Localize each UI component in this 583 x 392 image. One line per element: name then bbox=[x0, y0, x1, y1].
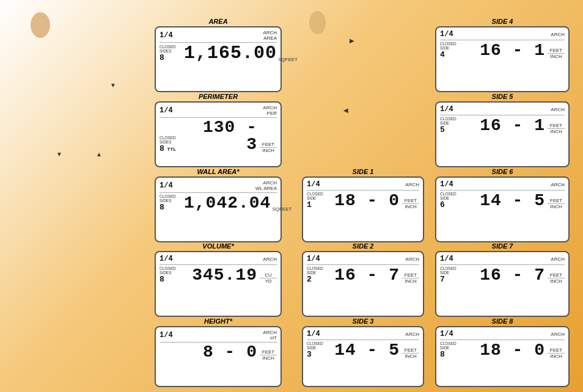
side5-closed-label: CLOSEDSIDE bbox=[440, 117, 457, 125]
volume-side-num: 8 bbox=[160, 275, 164, 284]
area-side-num: 8 bbox=[160, 53, 164, 62]
perimeter-side-num: 8 TTL bbox=[160, 144, 176, 153]
side6-side-num: 6 bbox=[440, 200, 445, 209]
area-closed-label: CLOSEDSIDES bbox=[160, 45, 176, 53]
side7-inch: INCH bbox=[548, 278, 565, 284]
side2-feet: FEET bbox=[405, 272, 417, 278]
area-mode: AREA bbox=[263, 35, 277, 41]
area-card: AREA 1/4 ARCH AREA CLOSEDSIDES 8 1,165.0… bbox=[155, 26, 282, 92]
side5-feet: FEET bbox=[550, 123, 562, 128]
area-value: 1,165.00 bbox=[184, 44, 277, 62]
side7-feet: FEET bbox=[550, 272, 562, 278]
wall-area-card: WALL AREA* 1/4 ARCH WL AREA CLOSEDSIDES … bbox=[155, 176, 282, 242]
side5-title: SIDE 5 bbox=[436, 93, 568, 100]
side1-feet: FEET bbox=[405, 198, 417, 203]
volume-fraction: 1/4 bbox=[160, 255, 173, 263]
arrow-down-1: ▼ bbox=[110, 82, 116, 89]
side8-title: SIDE 8 bbox=[436, 318, 568, 325]
side1-fraction: 1/4 bbox=[307, 180, 320, 189]
side3-card: SIDE 3 1/4 ARCH CLOSEDSIDE 3 14 - 5 FEET… bbox=[302, 326, 424, 387]
side6-card: SIDE 6 1/4 ARCH CLOSEDSIDE 6 14 - 5 FEET… bbox=[435, 176, 570, 242]
side6-feet: FEET bbox=[550, 198, 562, 203]
side7-value: 16 - 7 bbox=[464, 267, 545, 284]
height-arch: ARCH bbox=[263, 330, 277, 335]
side6-arch: ARCH bbox=[551, 182, 565, 187]
side8-inch: INCH bbox=[548, 353, 565, 359]
side3-arch: ARCH bbox=[405, 332, 419, 337]
side5-arch: ARCH bbox=[551, 107, 565, 112]
perimeter-fraction: 1/4 bbox=[160, 106, 173, 115]
volume-arch: ARCH bbox=[263, 256, 277, 262]
side6-fraction: 1/4 bbox=[440, 180, 453, 189]
area-fraction: 1/4 bbox=[160, 31, 173, 40]
perimeter-mode: PER bbox=[267, 111, 277, 116]
volume-closed-label: CLOSEDSIDES bbox=[160, 266, 176, 275]
arrow-left-1: ◀ bbox=[343, 107, 348, 114]
wall-area-mode: WL AREA bbox=[255, 186, 277, 191]
side1-title: SIDE 1 bbox=[303, 168, 423, 175]
side4-feet: FEET bbox=[550, 48, 562, 53]
side2-side-num: 2 bbox=[307, 275, 312, 284]
side7-title: SIDE 7 bbox=[436, 242, 568, 250]
perimeter-feet: FEET bbox=[262, 142, 274, 147]
side4-inch: INCH bbox=[548, 53, 565, 59]
area-unit: SQFEET bbox=[278, 57, 298, 62]
side5-value: 16 - 1 bbox=[464, 117, 545, 134]
side6-title: SIDE 6 bbox=[436, 168, 568, 175]
wall-area-value: 1,042.04 bbox=[184, 195, 271, 212]
oval-center bbox=[309, 11, 326, 34]
side4-closed-label: CLOSEDSIDE bbox=[440, 42, 457, 50]
perimeter-inch: INCH bbox=[260, 147, 277, 153]
side2-arch: ARCH bbox=[405, 256, 419, 262]
side7-closed-label: CLOSEDSIDE bbox=[440, 266, 457, 275]
side8-side-num: 8 bbox=[440, 350, 445, 359]
side8-fraction: 1/4 bbox=[440, 330, 453, 338]
side6-inch: INCH bbox=[548, 203, 565, 209]
height-inch: INCH bbox=[260, 355, 277, 361]
wall-area-arch: ARCH bbox=[263, 180, 277, 186]
perimeter-title: PERIMETER bbox=[156, 93, 280, 100]
arrow-down-2: ▼ bbox=[56, 151, 62, 158]
side8-closed-label: CLOSEDSIDE bbox=[440, 341, 457, 350]
perimeter-value: 130 - 3 bbox=[184, 119, 257, 153]
side1-card: SIDE 1 1/4 ARCH CLOSEDSIDE 1 18 - 0 FEET… bbox=[302, 176, 424, 242]
side7-arch: ARCH bbox=[551, 256, 565, 262]
perimeter-card: PERIMETER 1/4 ARCH PER CLOSEDSIDES 8 TTL… bbox=[155, 101, 282, 167]
side5-inch: INCH bbox=[548, 128, 565, 134]
side4-arch: ARCH bbox=[551, 32, 565, 37]
arrow-up-1: ▲ bbox=[96, 151, 102, 158]
wall-area-title: WALL AREA* bbox=[156, 168, 280, 175]
side8-feet: FEET bbox=[550, 347, 562, 353]
side7-card: SIDE 7 1/4 ARCH CLOSEDSIDE 7 16 - 7 FEET… bbox=[435, 251, 570, 317]
wall-area-side-num: 8 bbox=[160, 203, 164, 212]
side2-value: 16 - 7 bbox=[331, 267, 400, 284]
side2-card: SIDE 2 1/4 ARCH CLOSEDSIDE 2 16 - 7 FEET… bbox=[302, 251, 424, 317]
side3-value: 14 - 5 bbox=[331, 342, 400, 359]
height-card: HEIGHT* 1/4 ARCH HT 8 - 0 FEET INCH bbox=[155, 326, 282, 387]
side2-inch: INCH bbox=[402, 278, 419, 284]
side2-closed-label: CLOSEDSIDE bbox=[307, 266, 323, 275]
side5-fraction: 1/4 bbox=[440, 105, 453, 114]
side8-value: 18 - 0 bbox=[464, 342, 545, 359]
area-title: AREA bbox=[156, 18, 280, 25]
height-mode: HT bbox=[270, 335, 277, 341]
perimeter-closed-label: CLOSEDSIDES bbox=[160, 136, 176, 144]
side1-arch: ARCH bbox=[405, 182, 419, 187]
side1-closed-label: CLOSEDSIDE bbox=[307, 192, 323, 200]
wall-area-closed-label: CLOSEDSIDES bbox=[160, 194, 176, 203]
side3-inch: INCH bbox=[402, 353, 419, 359]
height-title: HEIGHT* bbox=[156, 318, 280, 325]
perimeter-arch: ARCH bbox=[263, 105, 277, 111]
side3-side-num: 3 bbox=[307, 350, 312, 359]
height-fraction: 1/4 bbox=[160, 331, 173, 339]
side2-title: SIDE 2 bbox=[303, 242, 423, 250]
side4-fraction: 1/4 bbox=[440, 30, 453, 38]
wall-area-fraction: 1/4 bbox=[160, 181, 173, 190]
side1-inch: INCH bbox=[402, 203, 419, 209]
side4-side-num: 4 bbox=[440, 50, 445, 59]
side6-value: 14 - 5 bbox=[464, 192, 545, 209]
side3-title: SIDE 3 bbox=[303, 318, 423, 325]
volume-unit-top: CU bbox=[265, 272, 272, 278]
side4-card: SIDE 4 1/4 ARCH CLOSEDSIDE 4 16 - 1 FEET… bbox=[435, 26, 570, 92]
side1-value: 18 - 0 bbox=[331, 192, 400, 209]
